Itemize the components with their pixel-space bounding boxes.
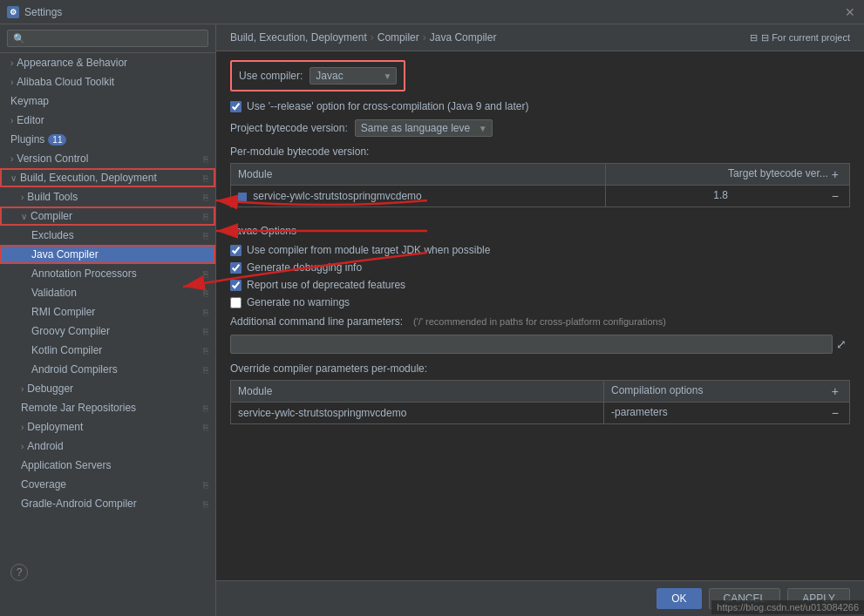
- no-warnings-checkbox[interactable]: [230, 297, 242, 308]
- remove-override-btn[interactable]: −: [828, 406, 842, 420]
- sidebar-item-groovy[interactable]: Groovy Compiler ⎘: [0, 322, 215, 341]
- breadcrumb-part3: Java Compiler: [430, 31, 497, 44]
- sidebar-item-plugins[interactable]: Plugins 11: [0, 130, 215, 149]
- for-current-project-button[interactable]: ⊟ ⊟ For current project: [750, 32, 850, 44]
- sidebar-item-keymap[interactable]: Keymap: [0, 91, 215, 111]
- copy-icon: ⎘: [203, 365, 208, 375]
- add-module-btn[interactable]: +: [828, 167, 842, 181]
- breadcrumb-part2: Compiler: [378, 31, 419, 44]
- sidebar-item-compiler[interactable]: ∨ Compiler ⎘: [0, 206, 215, 226]
- copy-icon: ⎘: [203, 193, 208, 202]
- sidebar-item-java-compiler[interactable]: Java Compiler: [0, 245, 215, 264]
- sidebar-item-label: Kotlin Compiler: [31, 344, 102, 356]
- cmd-hint: ('/' recommended in paths for cross-plat…: [413, 316, 666, 327]
- option-module-target-row: Use compiler from module target JDK when…: [230, 244, 850, 256]
- help-button[interactable]: ?: [10, 564, 28, 581]
- module-target-label: Use compiler from module target JDK when…: [247, 244, 490, 256]
- release-option-row: Use '--release' option for cross-compila…: [230, 100, 850, 112]
- option-no-warnings-row: Generate no warnings: [230, 296, 850, 308]
- sidebar-item-label: Build Tools: [27, 191, 78, 203]
- option-deprecated-row: Report use of deprecated features: [230, 279, 850, 291]
- use-compiler-label: Use compiler:: [239, 70, 303, 82]
- compiler-select-row: Use compiler: Javac Eclipse Ajc ▼: [230, 60, 405, 91]
- sidebar-item-build-tools[interactable]: › Build Tools ⎘: [0, 187, 215, 206]
- module-table: Module Target bytecode ver... + service-…: [230, 163, 850, 207]
- expand-arrow-icon: ›: [10, 58, 13, 68]
- ok-button[interactable]: OK: [657, 588, 701, 609]
- sidebar-item-annotation[interactable]: Annotation Processors ⎘: [0, 264, 215, 283]
- bytecode-dropdown-wrapper: Same as language leve 1.6 1.7 1.8 ▼: [355, 119, 493, 137]
- expand-arrow-icon: ›: [21, 423, 24, 432]
- add-override-btn[interactable]: +: [828, 384, 842, 398]
- release-checkbox[interactable]: [230, 101, 242, 112]
- deprecated-checkbox[interactable]: [230, 280, 242, 291]
- plugins-badge: 11: [48, 134, 66, 146]
- target-col-header: Target bytecode ver... +: [606, 164, 850, 186]
- cmd-label: Additional command line parameters:: [230, 315, 403, 328]
- content-scroll: Use compiler: Javac Eclipse Ajc ▼ Use '-…: [216, 51, 864, 580]
- sidebar-item-label: Remote Jar Repositories: [21, 402, 136, 414]
- sidebar-item-label: Groovy Compiler: [31, 325, 110, 337]
- deprecated-label: Report use of deprecated features: [247, 279, 405, 291]
- copy-icon: ⎘: [203, 327, 208, 336]
- copy-icon: ⎘: [203, 231, 208, 240]
- expand-arrow-icon: ›: [21, 384, 24, 394]
- sidebar-item-kotlin[interactable]: Kotlin Compiler ⎘: [0, 341, 215, 360]
- expand-cmd-btn[interactable]: ⤢: [833, 337, 850, 351]
- sidebar-item-validation[interactable]: Validation ⎘: [0, 283, 215, 302]
- copy-icon: ⎘: [203, 480, 208, 490]
- sidebar-item-build-execution[interactable]: ∨ Build, Execution, Deployment ⎘: [0, 168, 215, 187]
- debug-info-checkbox[interactable]: [230, 262, 242, 274]
- remove-module-btn[interactable]: −: [828, 189, 842, 203]
- expand-arrow-icon: ›: [10, 154, 13, 164]
- sidebar-item-label: Android: [27, 440, 63, 452]
- sidebar-item-alibaba[interactable]: › Alibaba Cloud Toolkit: [0, 72, 215, 91]
- sidebar-item-app-servers[interactable]: Application Servers: [0, 456, 215, 475]
- sidebar-item-appearance[interactable]: › Appearance & Behavior: [0, 53, 215, 72]
- sidebar-item-label: Excludes: [31, 229, 74, 241]
- override-label: Override compiler parameters per-module:: [230, 362, 850, 375]
- bytecode-label: Project bytecode version:: [230, 122, 348, 134]
- sidebar-item-label: Plugins: [10, 133, 44, 146]
- compiler-dropdown-wrapper: Javac Eclipse Ajc ▼: [310, 67, 397, 85]
- table-row: service-ywlc-strutstospringmvcdemo 1.8 −: [231, 186, 850, 207]
- per-module-label: Per-module bytecode version:: [230, 146, 850, 158]
- breadcrumb-sep2: ›: [423, 31, 426, 44]
- sidebar-item-editor[interactable]: › Editor: [0, 111, 215, 130]
- module-table-wrapper: Module Target bytecode ver... + service-…: [230, 163, 850, 214]
- sidebar-item-android[interactable]: › Android: [0, 437, 215, 456]
- sidebar-item-coverage[interactable]: Coverage ⎘: [0, 475, 215, 494]
- compiler-dropdown[interactable]: Javac Eclipse Ajc: [310, 67, 397, 85]
- title-bar: ⚙ Settings ✕: [0, 0, 864, 24]
- sidebar-item-version-control[interactable]: › Version Control ⎘: [0, 149, 215, 168]
- sidebar-item-label: Gradle-Android Compiler: [21, 498, 137, 510]
- sidebar-item-debugger[interactable]: › Debugger: [0, 379, 215, 398]
- no-warnings-label: Generate no warnings: [247, 296, 350, 308]
- window-title: Settings: [24, 6, 843, 18]
- close-button[interactable]: ✕: [843, 5, 857, 19]
- sidebar-item-remote-jar[interactable]: Remote Jar Repositories ⎘: [0, 398, 215, 417]
- sidebar-item-rmi[interactable]: RMI Compiler ⎘: [0, 302, 215, 322]
- sidebar-item-label: Deployment: [27, 421, 83, 433]
- override-module-col: Module: [231, 381, 604, 403]
- override-table: Module Compilation options + service-ywl…: [230, 380, 850, 424]
- expand-arrow-icon: ›: [21, 442, 24, 451]
- bytecode-dropdown[interactable]: Same as language leve 1.6 1.7 1.8: [355, 119, 493, 137]
- content-area: Build, Execution, Deployment › Compiler …: [216, 24, 864, 616]
- breadcrumb-sep1: ›: [371, 31, 374, 44]
- module-target-checkbox[interactable]: [230, 245, 242, 256]
- option-debug-row: Generate debugging info: [230, 261, 850, 274]
- copy-icon: ⎘: [203, 346, 208, 355]
- sidebar-item-label: Appearance & Behavior: [17, 57, 127, 69]
- watermark: https://blog.csdn.net/u013084266: [711, 600, 864, 614]
- settings-sidebar: › Appearance & Behavior › Alibaba Cloud …: [0, 24, 216, 616]
- sidebar-item-gradle-android[interactable]: Gradle-Android Compiler ⎘: [0, 494, 215, 513]
- sidebar-item-deployment[interactable]: › Deployment ⎘: [0, 417, 215, 437]
- search-input[interactable]: [7, 30, 208, 47]
- override-table-wrapper: Module Compilation options + service-ywl…: [230, 380, 850, 424]
- copy-icon: ⎘: [203, 308, 208, 317]
- sidebar-item-android-compilers[interactable]: Android Compilers ⎘: [0, 360, 215, 379]
- sidebar-item-label: Java Compiler: [31, 248, 99, 261]
- cmd-input[interactable]: [230, 335, 833, 354]
- sidebar-item-excludes[interactable]: Excludes ⎘: [0, 226, 215, 245]
